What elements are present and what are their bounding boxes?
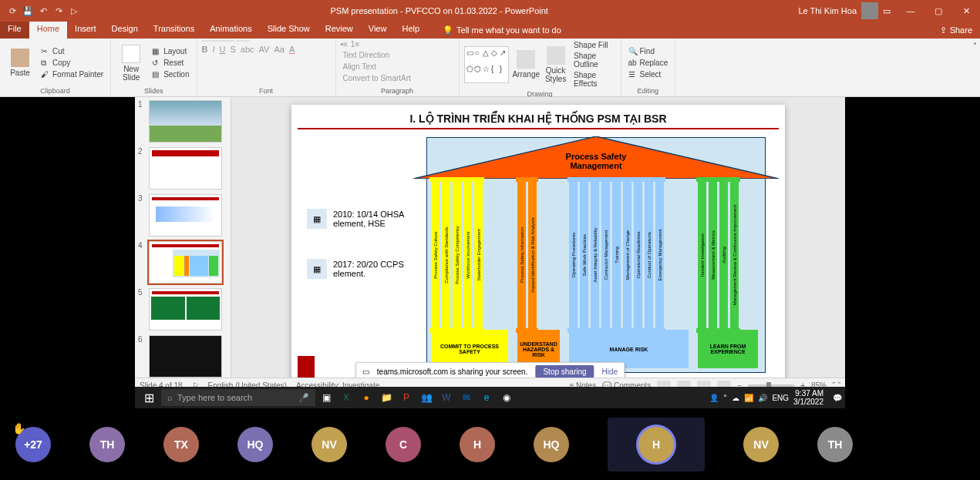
chrome-taskbar-icon[interactable]: ◉	[497, 388, 516, 407]
shape-effects-button[interactable]: Shape Effects	[571, 70, 615, 89]
participant-avatar[interactable]: H	[638, 427, 674, 462]
tray-people-icon[interactable]: 👤	[709, 394, 719, 402]
user-avatar[interactable]	[861, 2, 878, 19]
participant-avatar[interactable]: H	[460, 427, 495, 462]
participant-avatar[interactable]: TH	[89, 427, 125, 462]
participant-avatar[interactable]: HQ	[534, 427, 569, 462]
tab-slideshow[interactable]: Slide Show	[260, 22, 318, 39]
mic-icon[interactable]: 🎤	[298, 393, 309, 403]
shape-outline-button[interactable]: Shape Outline	[571, 51, 615, 69]
case-button[interactable]: Aa	[274, 45, 284, 54]
ie-taskbar-icon[interactable]: e	[477, 388, 496, 407]
participant-avatar[interactable]: NV	[743, 427, 779, 462]
participant-avatar[interactable]: C	[386, 427, 421, 462]
start-from-beginning-icon[interactable]: ▷	[68, 5, 80, 17]
shape-fill-button[interactable]: Shape Fill	[571, 40, 615, 50]
reset-button[interactable]: ↺Reset	[150, 58, 191, 69]
shapes-gallery[interactable]: ▭○△◇↗ ⬠⬡☆{}	[464, 46, 510, 83]
outlook-taskbar-icon[interactable]: ✉	[457, 388, 476, 407]
tab-animations[interactable]: Animations	[202, 22, 259, 39]
collapse-ribbon-button[interactable]: ˄	[973, 42, 977, 50]
align-text-button[interactable]: Align Text	[341, 62, 379, 72]
text-direction-button[interactable]: Text Direction	[341, 50, 392, 60]
taskbar-search[interactable]: ⌕ Type here to search 🎤	[161, 389, 315, 406]
paste-button[interactable]: Paste	[5, 42, 35, 84]
shape-fill-label: Shape Fill	[574, 41, 608, 49]
slide-canvas[interactable]: I. LỘ TRÌNH TRIỂN KHAI HỆ THỐNG PSM TẠI …	[291, 105, 785, 382]
notifications-icon[interactable]: 💬	[833, 394, 842, 402]
cut-button[interactable]: ✂Cut	[39, 46, 106, 57]
slide-thumb-3[interactable]	[149, 194, 222, 237]
participant-avatar[interactable]: NV	[312, 427, 347, 462]
stop-sharing-button[interactable]: Stop sharing	[535, 365, 594, 378]
font-name-combo[interactable]	[202, 40, 234, 42]
undo-icon[interactable]: ↶	[37, 5, 49, 17]
bullets-button[interactable]: •≡	[341, 40, 348, 49]
tab-design[interactable]: Design	[104, 22, 146, 39]
participant-avatar[interactable]: TX	[163, 427, 199, 462]
hide-banner-button[interactable]: Hide	[602, 368, 618, 376]
participant-avatar[interactable]: HQ	[237, 427, 273, 462]
quick-styles-button[interactable]: Quick Styles	[543, 44, 568, 86]
slide-thumb-1[interactable]	[149, 100, 222, 143]
redo-icon[interactable]: ↷	[52, 5, 65, 17]
numbering-button[interactable]: 1≡	[351, 40, 359, 49]
tray-lang[interactable]: ENG	[772, 394, 789, 402]
slide-thumb-5[interactable]	[149, 288, 222, 331]
ribbon-options-icon[interactable]: ▭	[883, 6, 891, 16]
tab-home[interactable]: Home	[29, 22, 67, 39]
search-placeholder: Type here to search	[177, 393, 252, 402]
tray-up-icon[interactable]: ˄	[723, 394, 727, 402]
tray-wifi-icon[interactable]: 📶	[744, 394, 753, 402]
tab-view[interactable]: View	[361, 22, 395, 39]
select-button[interactable]: ☰Select	[626, 69, 671, 80]
save-icon[interactable]: 💾	[22, 5, 34, 17]
tab-transitions[interactable]: Transitions	[146, 22, 202, 39]
autosave-icon[interactable]: ⟳	[6, 5, 19, 17]
tray-cloud-icon[interactable]: ☁	[732, 394, 739, 402]
share-button[interactable]: ⇪ Share	[932, 22, 980, 39]
tab-review[interactable]: Review	[318, 22, 361, 39]
teams-taskbar-icon[interactable]: 👥	[417, 388, 436, 407]
tab-help[interactable]: Help	[394, 22, 427, 39]
font-size-combo[interactable]	[236, 40, 250, 42]
taskbar-clock[interactable]: 9:37 AM 3/1/2022	[793, 389, 828, 406]
slide-thumb-6[interactable]	[149, 335, 222, 378]
maximize-button[interactable]: ▢	[924, 0, 952, 22]
thumb-num: 6	[138, 335, 146, 378]
bold-button[interactable]: B	[202, 45, 208, 54]
replace-button[interactable]: abReplace	[626, 58, 671, 69]
excel-taskbar-icon[interactable]: X	[337, 388, 355, 407]
strike-button[interactable]: abc	[241, 45, 254, 54]
firefox-taskbar-icon[interactable]: ●	[357, 388, 375, 407]
close-button[interactable]: ✕	[952, 0, 980, 22]
font-color-button[interactable]: A	[289, 45, 295, 54]
section-button[interactable]: ▤Section	[150, 69, 191, 80]
layout-button[interactable]: ▦Layout	[150, 46, 191, 57]
task-view-button[interactable]: ▣	[317, 388, 335, 407]
participant-avatar[interactable]: TH	[817, 427, 853, 462]
spacing-button[interactable]: AV	[259, 45, 270, 54]
underline-button[interactable]: U	[220, 45, 226, 54]
shape-effects-label: Shape Effects	[574, 71, 613, 88]
slide-thumb-4[interactable]	[149, 241, 222, 284]
minimize-button[interactable]: —	[897, 0, 924, 22]
tray-volume-icon[interactable]: 🔊	[758, 394, 767, 402]
convert-smartart-button[interactable]: Convert to SmartArt	[341, 73, 413, 83]
explorer-taskbar-icon[interactable]: 📁	[377, 388, 396, 407]
participant-overflow[interactable]: ✋+27	[15, 427, 51, 462]
arrange-button[interactable]: Arrange	[512, 44, 540, 86]
slide-thumb-2[interactable]	[149, 147, 222, 190]
word-taskbar-icon[interactable]: W	[437, 388, 456, 407]
find-button[interactable]: 🔍Find	[626, 46, 671, 57]
italic-button[interactable]: I	[212, 45, 214, 54]
copy-button[interactable]: ⧉Copy	[39, 58, 106, 69]
start-button[interactable]: ⊞	[138, 388, 160, 407]
tell-me-search[interactable]: 💡 Tell me what you want to do	[443, 22, 561, 39]
new-slide-button[interactable]: New Slide	[116, 42, 146, 84]
tab-insert[interactable]: Insert	[67, 22, 104, 39]
format-painter-button[interactable]: 🖌Format Painter	[39, 69, 106, 80]
shadow-button[interactable]: S	[230, 45, 235, 54]
powerpoint-taskbar-icon[interactable]: P	[397, 388, 416, 407]
tab-file[interactable]: File	[0, 22, 29, 39]
